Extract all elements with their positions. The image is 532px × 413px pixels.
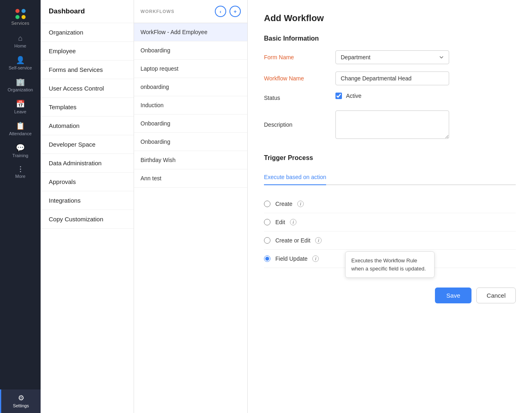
sidebar-item-organization[interactable]: Organization <box>41 23 134 42</box>
description-row: Description <box>264 110 516 139</box>
sidebar-item-integrations[interactable]: Integrations <box>41 191 134 210</box>
sidebar-item-self-service[interactable]: 👤 Self-service <box>0 52 41 74</box>
icon-sidebar: Services ⌂ Home 👤 Self-service 🏢 Organiz… <box>0 0 41 413</box>
more-dots-icon <box>20 166 21 172</box>
services-label: Services <box>11 21 30 29</box>
status-row: Status Active <box>264 93 516 103</box>
workflow-item-induction[interactable]: Induction <box>134 96 247 115</box>
trigger-section: Trigger Process Execute based on action … <box>264 154 516 268</box>
edit-info-icon[interactable]: i <box>290 219 296 225</box>
trigger-tab-execute-action[interactable]: Execute based on action <box>264 170 326 185</box>
settings-icon: ⚙ <box>18 394 24 402</box>
workflow-name-row: Workflow Name <box>264 71 516 85</box>
attendance-icon: 📋 <box>16 122 25 130</box>
main-sidebar: Dashboard Organization Employee Forms an… <box>41 0 134 413</box>
sidebar-item-copy-customization[interactable]: Copy Customization <box>41 210 134 229</box>
workflow-item-birthday-wish[interactable]: Birthday Wish <box>134 151 247 169</box>
radio-create-label: Create <box>275 201 292 207</box>
leave-label: Leave <box>14 109 26 114</box>
trigger-tabs: Execute based on action <box>264 170 516 185</box>
radio-field-update-input[interactable] <box>264 255 270 262</box>
radio-field-update: Field Update i Executes the Workflow Rul… <box>264 250 516 268</box>
sidebar-item-automation[interactable]: Automation <box>41 117 134 135</box>
sidebar-item-attendance[interactable]: 📋 Attendance <box>0 118 41 140</box>
home-icon: ⌂ <box>18 35 23 42</box>
self-service-label: Self-service <box>9 65 32 70</box>
self-service-icon: 👤 <box>16 56 25 64</box>
status-active-label: Active <box>346 93 361 99</box>
status-label: Status <box>264 95 329 101</box>
status-checkbox-row: Active <box>335 93 361 99</box>
radio-edit-input[interactable] <box>264 219 270 225</box>
home-label: Home <box>14 43 26 48</box>
radio-create-input[interactable] <box>264 201 270 207</box>
training-label: Training <box>12 153 28 158</box>
dot-blue <box>22 9 26 13</box>
sidebar-item-more[interactable]: More <box>0 162 41 183</box>
workflow-back-button[interactable]: ‹ <box>215 6 226 17</box>
sidebar-item-forms-services[interactable]: Forms and Services <box>41 61 134 79</box>
more-label: More <box>15 174 25 179</box>
radio-create-or-edit-input[interactable] <box>264 237 270 244</box>
training-icon: 💬 <box>16 144 25 151</box>
radio-options: Create i Edit i Create or Edit i Field U… <box>264 195 516 268</box>
workflow-item-onboarding-4[interactable]: Onboarding <box>134 133 247 151</box>
basic-info-title: Basic Information <box>264 35 516 42</box>
sidebar-item-data-admin[interactable]: Data Administration <box>41 154 134 173</box>
cancel-button[interactable]: Cancel <box>476 288 516 303</box>
description-label: Description <box>264 121 329 128</box>
settings-label: Settings <box>13 403 29 408</box>
status-active-checkbox[interactable] <box>335 93 342 99</box>
leave-icon: 📅 <box>16 100 25 108</box>
form-name-label: Form Name <box>264 54 329 61</box>
radio-field-update-label: Field Update <box>275 255 307 262</box>
workflow-item-onboarding-1[interactable]: Onboarding <box>134 41 247 60</box>
radio-create-or-edit-label: Create or Edit <box>275 237 310 244</box>
sidebar-item-employee[interactable]: Employee <box>41 42 134 61</box>
workflow-item-add-employee[interactable]: WorkFlow - Add Employee <box>134 23 247 41</box>
main-content: Add Workflow Basic Information Form Name… <box>248 0 532 413</box>
form-name-select[interactable]: Department Employee Leave Attendance <box>335 50 449 64</box>
radio-edit: Edit i <box>264 213 516 231</box>
create-info-icon[interactable]: i <box>297 201 304 207</box>
workflow-list: WorkFlow - Add Employee Onboarding Lapto… <box>134 23 247 413</box>
trigger-section-title: Trigger Process <box>264 154 516 162</box>
sidebar-item-settings[interactable]: ⚙ Settings <box>0 389 41 413</box>
organization-label: Organization <box>8 87 33 92</box>
field-update-info-icon[interactable]: i <box>312 255 319 262</box>
description-textarea[interactable] <box>335 110 449 139</box>
workflow-item-onboarding-2[interactable]: onboarding <box>134 78 247 96</box>
radio-create: Create i <box>264 195 516 213</box>
workflow-name-label: Workflow Name <box>264 75 329 82</box>
basic-info-section: Basic Information Form Name Department E… <box>264 35 516 146</box>
create-or-edit-info-icon[interactable]: i <box>315 237 322 244</box>
form-name-row: Form Name Department Employee Leave Atte… <box>264 50 516 64</box>
sidebar-item-templates[interactable]: Templates <box>41 98 134 117</box>
radio-create-or-edit: Create or Edit i <box>264 231 516 250</box>
workflow-add-button[interactable]: + <box>229 6 241 17</box>
attendance-label: Attendance <box>9 131 32 136</box>
dot-yellow <box>22 15 26 19</box>
sidebar-item-approvals[interactable]: Approvals <box>41 173 134 191</box>
workflow-controls: ‹ + <box>215 6 241 17</box>
workflow-item-laptop-request[interactable]: Laptop request <box>134 60 247 78</box>
workflow-item-onboarding-3[interactable]: Onboarding <box>134 115 247 133</box>
sidebar-item-organization[interactable]: 🏢 Organization <box>0 74 41 96</box>
dot-green <box>15 15 19 19</box>
sidebar-item-user-access[interactable]: User Access Control <box>41 79 134 98</box>
save-button[interactable]: Save <box>435 288 471 303</box>
sidebar-item-training[interactable]: 💬 Training <box>0 140 41 162</box>
sidebar-item-dashboard[interactable]: Dashboard <box>41 0 134 23</box>
sidebar-item-leave[interactable]: 📅 Leave <box>0 96 41 118</box>
workflow-panel-title: WORKFLOWS <box>141 9 175 14</box>
workflow-item-ann-test[interactable]: Ann test <box>134 169 247 188</box>
field-update-tooltip: Executes the Workflow Rule when a specif… <box>345 251 435 278</box>
services-section: Services <box>0 5 41 30</box>
workflow-name-input[interactable] <box>335 71 449 85</box>
sidebar-item-developer-space[interactable]: Developer Space <box>41 135 134 154</box>
organization-icon: 🏢 <box>16 78 25 86</box>
action-buttons: Save Cancel <box>264 281 516 303</box>
page-title: Add Workflow <box>264 13 516 24</box>
sidebar-item-home[interactable]: ⌂ Home <box>0 30 41 52</box>
workflow-panel: WORKFLOWS ‹ + WorkFlow - Add Employee On… <box>134 0 248 413</box>
